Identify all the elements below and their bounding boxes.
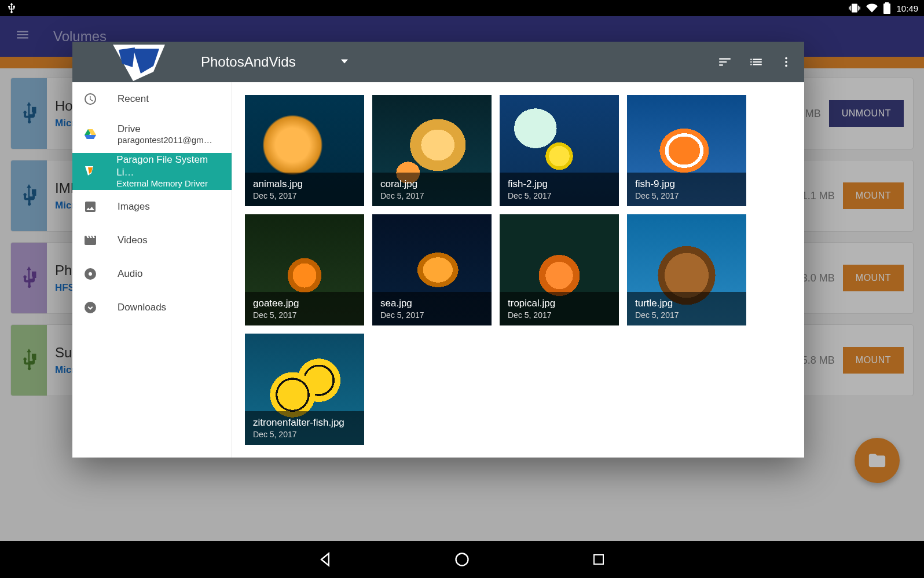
wifi-icon xyxy=(866,2,878,14)
sidebar-item-paragon[interactable]: Paragon File System Li…External Memory D… xyxy=(72,153,232,190)
sidebar-item-label: Audio xyxy=(118,268,142,280)
sort-icon[interactable] xyxy=(717,54,732,69)
drive-icon xyxy=(83,127,98,142)
svg-rect-8 xyxy=(594,555,603,564)
file-thumbnail[interactable]: fish-2.jpg Dec 5, 2017 xyxy=(500,95,619,206)
file-name: turtle.jpg xyxy=(635,298,738,309)
file-picker-dialog: PhotosAndVids Recent Driveparagontest201… xyxy=(72,42,804,458)
file-date: Dec 5, 2017 xyxy=(380,191,483,200)
file-name: fish-9.jpg xyxy=(635,178,738,190)
file-date: Dec 5, 2017 xyxy=(508,310,611,320)
file-name: animals.jpg xyxy=(253,178,356,190)
clock-icon xyxy=(83,92,98,107)
svg-point-7 xyxy=(456,554,468,566)
title-dropdown-icon[interactable] xyxy=(341,57,348,67)
file-date: Dec 5, 2017 xyxy=(635,310,738,320)
dialog-header: PhotosAndVids xyxy=(72,42,804,82)
paragon-icon xyxy=(83,164,97,179)
svg-point-2 xyxy=(785,61,787,63)
dialog-title: PhotosAndVids xyxy=(201,54,296,70)
svg-point-6 xyxy=(85,302,96,313)
sidebar-item-audio[interactable]: Audio xyxy=(72,257,232,291)
sidebar-item-download[interactable]: Downloads xyxy=(72,291,232,324)
sidebar-item-clock[interactable]: Recent xyxy=(72,82,232,116)
file-thumbnail[interactable]: sea.jpg Dec 5, 2017 xyxy=(372,214,492,325)
nav-back-icon[interactable] xyxy=(315,549,336,570)
file-thumbnail[interactable]: animals.jpg Dec 5, 2017 xyxy=(245,95,364,206)
file-date: Dec 5, 2017 xyxy=(253,430,356,439)
file-thumbnail[interactable]: zitronenfalter-fish.jpg Dec 5, 2017 xyxy=(245,334,364,445)
nav-home-icon[interactable] xyxy=(452,549,472,570)
android-nav-bar xyxy=(0,541,924,578)
file-thumbnail[interactable]: goatee.jpg Dec 5, 2017 xyxy=(245,214,364,325)
view-list-icon[interactable] xyxy=(749,54,764,69)
svg-point-3 xyxy=(785,65,787,67)
file-date: Dec 5, 2017 xyxy=(635,191,738,200)
sidebar-item-label: Recent xyxy=(118,93,149,105)
sidebar-item-video[interactable]: Videos xyxy=(72,224,232,257)
file-name: zitronenfalter-fish.jpg xyxy=(253,417,356,429)
sidebar-item-image[interactable]: Images xyxy=(72,190,232,224)
file-grid-container: animals.jpg Dec 5, 2017 coral.jpg Dec 5,… xyxy=(232,82,804,458)
paragon-logo-icon xyxy=(72,42,200,82)
overflow-menu-icon[interactable] xyxy=(780,56,793,68)
file-date: Dec 5, 2017 xyxy=(253,191,356,200)
video-icon xyxy=(83,233,98,248)
file-thumbnail[interactable]: coral.jpg Dec 5, 2017 xyxy=(372,95,492,206)
battery-icon xyxy=(883,2,890,14)
sidebar-item-label: Driveparagontest2011@gm… xyxy=(118,123,212,146)
file-name: sea.jpg xyxy=(380,298,483,309)
usb-icon xyxy=(6,2,17,14)
file-thumbnail[interactable]: fish-9.jpg Dec 5, 2017 xyxy=(627,95,746,206)
file-date: Dec 5, 2017 xyxy=(508,191,611,200)
sidebar-item-drive[interactable]: Driveparagontest2011@gm… xyxy=(72,116,232,153)
vibrate-icon xyxy=(849,2,860,14)
status-time: 10:49 xyxy=(896,3,918,13)
sidebar-item-label: Downloads xyxy=(118,301,166,313)
sidebar-item-label: Videos xyxy=(118,234,148,246)
file-name: fish-2.jpg xyxy=(508,178,611,190)
audio-icon xyxy=(83,266,98,281)
svg-point-5 xyxy=(89,272,92,276)
file-name: tropical.jpg xyxy=(508,298,611,309)
picker-sidebar: Recent Driveparagontest2011@gm… Paragon … xyxy=(72,82,232,458)
file-thumbnail[interactable]: turtle.jpg Dec 5, 2017 xyxy=(627,214,746,325)
android-status-bar: 10:49 xyxy=(0,0,924,16)
file-date: Dec 5, 2017 xyxy=(380,310,483,320)
sidebar-item-label: Paragon File System Li…External Memory D… xyxy=(116,153,221,189)
file-name: coral.jpg xyxy=(380,178,483,190)
sidebar-item-label: Images xyxy=(118,200,150,213)
file-date: Dec 5, 2017 xyxy=(253,310,356,320)
svg-point-1 xyxy=(785,57,787,60)
file-name: goatee.jpg xyxy=(253,298,356,309)
download-icon xyxy=(83,300,98,315)
file-thumbnail[interactable]: tropical.jpg Dec 5, 2017 xyxy=(500,214,619,325)
nav-recent-icon[interactable] xyxy=(588,549,609,570)
image-icon xyxy=(83,199,98,214)
